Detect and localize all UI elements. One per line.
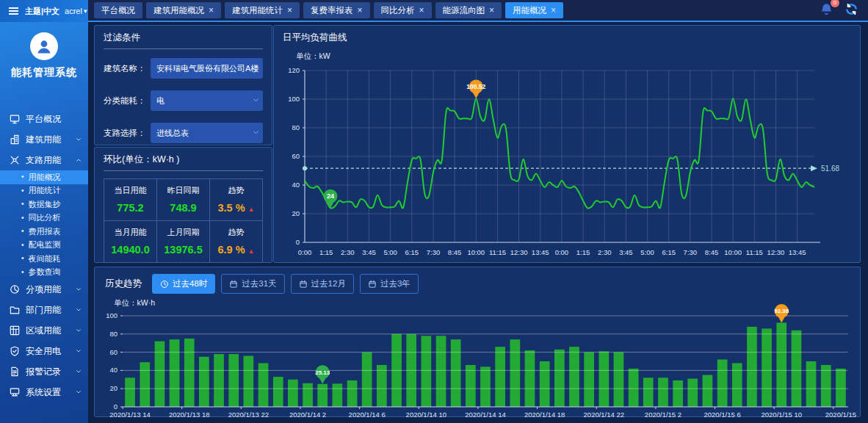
tab-bar: 平台概况建筑用能概况×建筑用能统计×复费率报表×同比分析×能源流向图×用能概况× — [94, 2, 820, 18]
cell-value: 14940.0 — [106, 244, 155, 256]
sidebar-item[interactable]: 系统设置 — [0, 382, 88, 402]
value-text: 775.2 — [117, 202, 143, 214]
ring-ratio-cell: 昨日同期748.9 — [157, 179, 210, 221]
sidebar-subitem[interactable]: •夜间能耗 — [0, 252, 88, 266]
sidebar-subitem[interactable]: •同比分析 — [0, 212, 88, 225]
sidebar-subitem-label: 费用报表 — [29, 226, 61, 237]
svg-text:10:00: 10:00 — [724, 248, 742, 256]
notification-badge: 0 — [831, 0, 839, 7]
tab-close-icon[interactable]: × — [489, 6, 494, 15]
tab-close-icon[interactable]: × — [419, 6, 424, 15]
svg-text:2020/1/13 18: 2020/1/13 18 — [169, 411, 209, 419]
energy-type-value: 电 — [156, 95, 164, 106]
chevron-down-icon — [75, 286, 82, 293]
cell-label: 趋势 — [211, 227, 261, 238]
svg-text:100: 100 — [106, 311, 117, 319]
sidebar-subitem[interactable]: •配电监测 — [0, 239, 88, 253]
circuit-select[interactable]: 进线总表 — [151, 123, 263, 143]
svg-text:13:45: 13:45 — [532, 248, 549, 256]
svg-text:6:15: 6:15 — [405, 248, 419, 256]
app-root: 主题|中文 acrel ▾ 平台概况建筑用能概况×建筑用能统计×复费率报表×同比… — [0, 0, 868, 423]
energy-type-select[interactable]: 电 — [151, 90, 263, 111]
topbar: 主题|中文 acrel ▾ 平台概况建筑用能概况×建筑用能统计×复费率报表×同比… — [0, 0, 868, 22]
range-button-label: 过去48时 — [173, 278, 207, 289]
svg-text:2020/1/13 14: 2020/1/13 14 — [109, 411, 150, 419]
tab[interactable]: 能源流向图× — [435, 2, 502, 18]
building-name-select[interactable]: 安科瑞电气股份有限公司A楼 — [151, 58, 263, 79]
tab-close-icon[interactable]: × — [287, 6, 292, 15]
marker-pin: 92.38 — [774, 304, 789, 323]
sidebar-subitem[interactable]: •用能统计 — [0, 184, 88, 198]
chevron-down-icon — [75, 136, 82, 143]
range-button[interactable]: 过去3年 — [360, 274, 419, 294]
svg-text:60: 60 — [292, 152, 300, 160]
sidebar-item[interactable]: 建筑用能 — [0, 129, 88, 150]
svg-text:3:45: 3:45 — [362, 248, 376, 256]
sidebar-item[interactable]: 平台概况 — [0, 109, 88, 129]
sidebar-item-label: 系统设置 — [26, 386, 69, 399]
building-name-label: 建筑名称： — [104, 63, 151, 74]
tab-close-icon[interactable]: × — [358, 6, 363, 15]
circuit-value: 进线总表 — [156, 128, 189, 139]
svg-text:2020/1/15 2: 2020/1/15 2 — [645, 411, 681, 419]
hamburger-menu-icon[interactable] — [7, 4, 20, 18]
tab[interactable]: 复费率报表× — [303, 2, 370, 18]
notifications-button[interactable]: 0 — [820, 2, 833, 19]
range-button[interactable]: 过去12月 — [291, 274, 354, 294]
svg-text:0: 0 — [296, 238, 300, 246]
sidebar-item[interactable]: 区域用能 — [0, 320, 88, 341]
tab-close-icon[interactable]: × — [209, 6, 214, 15]
range-button[interactable]: 过去48时 — [152, 274, 215, 294]
sidebar-subitem[interactable]: •用能概况 — [0, 170, 88, 184]
range-button[interactable]: 过去31天 — [221, 274, 284, 294]
sidebar-subitem-label: 用能概况 — [29, 172, 61, 183]
sidebar-subitem[interactable]: •数据集抄 — [0, 198, 88, 212]
tab-close-icon[interactable]: × — [551, 6, 556, 15]
building-name-value: 安科瑞电气股份有限公司A楼 — [156, 63, 258, 74]
sidebar-item[interactable]: 部门用能 — [0, 300, 88, 320]
circuit-label: 支路选择： — [104, 128, 151, 139]
line-chart: 0:001:152:303:455:006:157:308:4510:0011:… — [278, 63, 856, 260]
sidebar-item-label: 平台概况 — [26, 113, 82, 126]
svg-text:100: 100 — [288, 95, 300, 103]
bullet-icon: • — [21, 255, 24, 262]
range-button-label: 过去12月 — [311, 278, 346, 289]
tab[interactable]: 建筑用能概况× — [146, 2, 221, 18]
sidebar-item[interactable]: 分项用能 — [0, 279, 88, 300]
main-content: 过滤条件 建筑名称：安科瑞电气股份有限公司A楼分类能耗：电支路选择：进线总表 环… — [88, 24, 868, 423]
svg-text:0: 0 — [114, 402, 117, 411]
range-button-label: 过去31天 — [242, 278, 276, 289]
value-text: 13976.5 — [164, 244, 202, 256]
history-range-buttons: 过去48时过去31天过去12月过去3年 — [152, 274, 419, 294]
svg-text:2020/1/14 10: 2020/1/14 10 — [406, 411, 446, 419]
history-trend-panel: 历史趋势 过去48时过去31天过去12月过去3年 单位：kW·h 0204060… — [94, 267, 861, 417]
sidebar-item[interactable]: 支路用能 — [0, 150, 88, 170]
tab[interactable]: 用能概况× — [505, 2, 563, 18]
sidebar-item[interactable]: 报警记录 — [0, 361, 88, 382]
svg-text:7:30: 7:30 — [684, 248, 698, 256]
tab[interactable]: 建筑用能统计× — [225, 2, 300, 18]
filter-rows: 建筑名称：安科瑞电气股份有限公司A楼分类能耗：电支路选择：进线总表 — [95, 49, 272, 143]
settings-icon — [10, 387, 20, 397]
svg-text:7:30: 7:30 — [427, 248, 441, 256]
tab[interactable]: 平台概况 — [94, 2, 142, 18]
building-name-row: 建筑名称：安科瑞电气股份有限公司A楼 — [104, 58, 263, 79]
bullet-icon: • — [21, 173, 24, 181]
tab[interactable]: 同比分析× — [374, 2, 432, 18]
sidebar-subitem-label: 配电监测 — [29, 239, 61, 250]
tab-label: 能源流向图 — [443, 5, 485, 16]
sidebar-subitem[interactable]: •费用报表 — [0, 225, 88, 239]
user-menu[interactable]: acrel ▾ — [65, 7, 87, 15]
sidebar-subitem[interactable]: •参数查询 — [0, 266, 88, 280]
svg-text:2020/1/14 6: 2020/1/14 6 — [349, 411, 386, 419]
value-text: 14940.0 — [111, 244, 149, 256]
svg-text:80: 80 — [109, 330, 117, 338]
circuit-row: 支路选择：进线总表 — [104, 123, 263, 143]
theme-language-switch[interactable]: 主题|中文 — [25, 6, 59, 17]
svg-text:5:00: 5:00 — [383, 248, 397, 256]
chevron-down-icon — [252, 129, 260, 137]
refresh-button[interactable] — [845, 3, 858, 18]
sidebar-submenu: •用能概况•用能统计•数据集抄•同比分析•费用报表•配电监测•夜间能耗•参数查询 — [0, 170, 88, 279]
sidebar-item[interactable]: 安全用电 — [0, 341, 88, 361]
history-header: 历史趋势 过去48时过去31天过去12月过去3年 — [95, 267, 860, 295]
